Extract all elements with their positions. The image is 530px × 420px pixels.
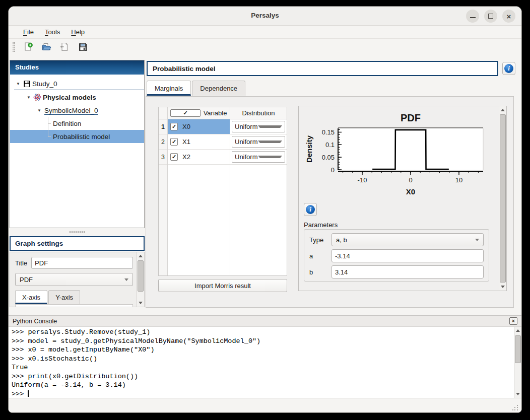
console-line: Uniform(a = -3.14, b = 3.14): [12, 381, 510, 390]
distribution-select-x1[interactable]: Uniform: [232, 136, 285, 148]
scrollbar-thumb[interactable]: [500, 114, 506, 283]
tree-item-symbolicmodel-0[interactable]: ▼SymbolicModel_0: [10, 104, 144, 117]
variable-name: X2: [182, 153, 190, 161]
resize-grip-icon[interactable]: [512, 405, 518, 411]
expander-icon[interactable]: ▼: [14, 82, 22, 86]
distribution-select-x0[interactable]: Uniform: [232, 121, 285, 132]
tree-item-study-0[interactable]: ▼Study_0: [10, 78, 144, 91]
new-document-icon: [23, 42, 33, 52]
tab-dependence[interactable]: Dependence: [192, 81, 245, 96]
table-rows: ✓X0Uniform✓X1Uniform✓X2Uniform: [168, 119, 287, 165]
python-console[interactable]: >>> persalys.Study.Remove(study_1)>>> mo…: [9, 326, 521, 398]
menu-tools[interactable]: Tools: [40, 27, 64, 37]
console-line: >>>: [12, 390, 510, 398]
scroll-down-icon[interactable]: [514, 390, 521, 398]
variables-table: 123 ✓ Variable Distribution ✓X0Uniform✓X…: [158, 107, 287, 276]
svg-text:0: 0: [409, 176, 412, 184]
expander-icon[interactable]: ▼: [35, 108, 43, 113]
parameter-type-select[interactable]: a, b: [332, 233, 484, 246]
scrollbar-thumb[interactable]: [138, 260, 144, 292]
variable-name: X0: [182, 123, 190, 130]
distribution-select-x2[interactable]: Uniform: [232, 151, 285, 163]
menu-help[interactable]: Help: [67, 27, 89, 37]
table-header: ✓ Variable Distribution: [168, 107, 287, 119]
svg-text:X0: X0: [406, 187, 415, 196]
scroll-down-icon[interactable]: [137, 299, 144, 307]
graph-settings-scrollbar[interactable]: [137, 252, 144, 307]
scroll-up-icon[interactable]: [499, 106, 506, 114]
param-b-input[interactable]: [332, 265, 484, 278]
chevron-down-icon: [475, 239, 479, 241]
parameters-group: Type a, b a b: [304, 229, 489, 282]
parameters-label: Parameters: [304, 221, 338, 229]
variable-checkbox[interactable]: ✓: [170, 138, 178, 146]
minimize-button[interactable]: [466, 10, 479, 23]
scroll-up-icon[interactable]: [514, 327, 521, 334]
tab-x-axis[interactable]: X-axis: [15, 290, 47, 304]
axis-settings-clipped-field: [15, 304, 133, 307]
status-strip: [9, 399, 521, 413]
maximize-button[interactable]: [484, 10, 497, 23]
scroll-down-icon[interactable]: [499, 283, 506, 291]
open-study-button[interactable]: [39, 40, 53, 53]
tab-marginals[interactable]: Marginals: [147, 81, 191, 96]
studies-panel: Studies ▼Study_0▼Physical models▼Symboli…: [10, 60, 145, 228]
import-morris-result-button[interactable]: Import Morris result: [158, 279, 287, 292]
console-close-button[interactable]: ×: [509, 317, 517, 325]
variable-cell-x1[interactable]: ✓X1: [168, 134, 230, 149]
left-panel-splitter[interactable]: [10, 229, 145, 235]
title-bar: Persalys ×: [9, 7, 521, 26]
menu-file[interactable]: File: [19, 27, 38, 37]
info-icon: i: [306, 205, 315, 214]
tree-item-label: Probabilistic model: [52, 133, 110, 141]
app-window: Persalys × FileToolsHelp: [8, 6, 522, 413]
detail-panel-scrollbar[interactable]: [499, 106, 506, 291]
console-scrollbar[interactable]: [514, 327, 521, 398]
distribution-detail-panel: -1001000.050.10.15PDFX0Density i Paramet…: [298, 106, 507, 291]
text-cursor: [28, 390, 29, 397]
console-line: >>> model = study_0.getPhysicalModelByNa…: [12, 337, 510, 346]
plot-type-select[interactable]: PDF: [15, 273, 133, 286]
variable-checkbox[interactable]: ✓: [170, 153, 178, 161]
variable-cell-x2[interactable]: ✓X2: [168, 150, 230, 164]
info-icon: i: [504, 64, 513, 73]
graph-title-input[interactable]: [31, 257, 133, 269]
distribution-info-button[interactable]: i: [304, 203, 317, 216]
import-script-button[interactable]: [57, 40, 72, 53]
save-study-button[interactable]: [76, 40, 90, 53]
close-button[interactable]: ×: [502, 10, 515, 23]
python-console-header: Python Console ×: [9, 315, 521, 326]
tree-item-probabilistic-model[interactable]: Probabilistic model: [10, 130, 144, 143]
type-label: Type: [309, 236, 327, 244]
graph-title-label: Title: [15, 259, 27, 267]
console-line: >>> persalys.Study.Remove(study_1): [12, 328, 510, 337]
model-info-button[interactable]: i: [502, 62, 515, 75]
tab-y-axis[interactable]: Y-axis: [48, 290, 80, 304]
chevron-down-icon: [258, 141, 282, 143]
toolbar: [9, 39, 521, 55]
pdf-chart: -1001000.050.10.15PDFX0Density: [302, 108, 493, 200]
svg-text:-10: -10: [358, 176, 367, 184]
svg-text:0.05: 0.05: [322, 154, 335, 161]
tree-item-definition[interactable]: Definition: [10, 117, 144, 130]
console-text[interactable]: >>> persalys.Study.Remove(study_1)>>> mo…: [9, 327, 513, 398]
scrollbar-thumb[interactable]: [515, 335, 521, 363]
tree-item-physical-models[interactable]: ▼Physical models: [10, 91, 144, 104]
window-controls: ×: [466, 10, 515, 23]
variable-cell-x0[interactable]: ✓X0: [168, 119, 230, 134]
axis-tabs: X-axis Y-axis: [15, 290, 133, 304]
tree-item-label: Definition: [52, 120, 81, 127]
expander-icon[interactable]: ▼: [25, 95, 33, 100]
param-a-input[interactable]: [332, 249, 484, 262]
close-icon: ×: [507, 13, 511, 20]
variable-checkbox[interactable]: ✓: [170, 123, 178, 130]
chevron-down-icon: [124, 278, 128, 281]
tree-connector-icon: [46, 117, 52, 130]
toolbar-drag-handle[interactable]: [13, 42, 15, 52]
table-row: ✓X1Uniform: [168, 134, 287, 150]
new-study-button[interactable]: [21, 40, 35, 53]
select-all-checkbox[interactable]: ✓: [170, 109, 201, 117]
scroll-up-icon[interactable]: [137, 252, 144, 260]
row-number: 2: [159, 134, 167, 150]
tree-connector-icon: [46, 130, 52, 143]
